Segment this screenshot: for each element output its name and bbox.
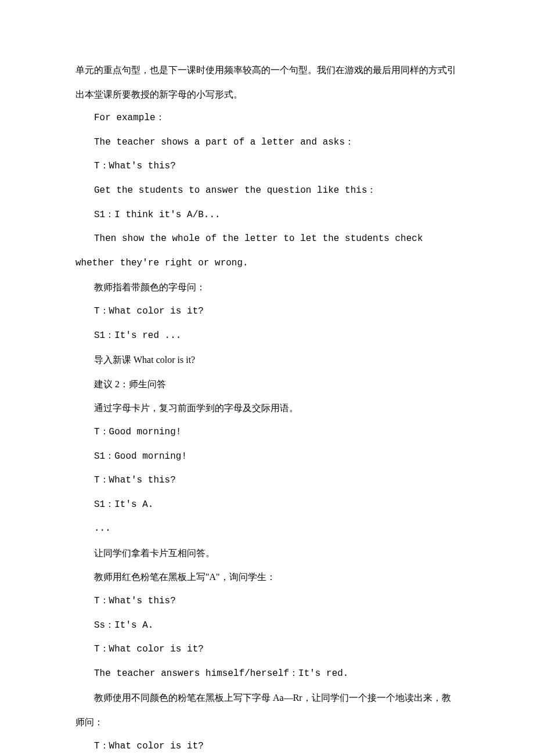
paragraph-line: 导入新课 What color is it? (75, 348, 459, 372)
paragraph-line: S1：I think it's A/B... (75, 203, 459, 228)
paragraph-line: 教师指着带颜色的字母问： (75, 275, 459, 300)
paragraph-line: S1：It's red ... (75, 324, 459, 348)
paragraph-line: The teacher shows a part of a letter and… (75, 131, 459, 155)
paragraph-line: For example： (75, 106, 459, 131)
paragraph-line: Then show the whole of the letter to let… (75, 227, 459, 275)
paragraph-line: S1：It's A. (75, 493, 459, 517)
paragraph-line: 教师用红色粉笔在黑板上写"A"，询问学生： (75, 565, 459, 589)
paragraph-line: Get the students to answer the question … (75, 179, 459, 203)
paragraph-line: T：What's this? (75, 154, 459, 179)
paragraph-line: 单元的重点句型，也是下一课时使用频率较高的一个句型。我们在游戏的最后用同样的方式… (75, 58, 459, 106)
paragraph-line: The teacher answers himself/herself：It's… (75, 662, 459, 686)
paragraph-line: S1：Good morning! (75, 445, 459, 469)
paragraph-line: 建议 2：师生问答 (75, 372, 459, 397)
document-page: 单元的重点句型，也是下一课时使用频率较高的一个句型。我们在游戏的最后用同样的方式… (0, 0, 534, 756)
paragraph-line: T：What's this? (75, 469, 459, 493)
paragraph-line: ... (75, 517, 459, 541)
paragraph-line: 通过字母卡片，复习前面学到的字母及交际用语。 (75, 396, 459, 420)
paragraph-line: T：What color is it? (75, 638, 459, 662)
paragraph-line: T：What color is it? (75, 735, 459, 756)
paragraph-line: 教师使用不同颜色的粉笔在黑板上写下字母 Aa—Rr，让同学们一个接一个地读出来，… (75, 686, 459, 734)
paragraph-line: 让同学们拿着卡片互相问答。 (75, 541, 459, 566)
paragraph-line: T：Good morning! (75, 420, 459, 445)
paragraph-line: Ss：It's A. (75, 614, 459, 638)
paragraph-line: T：What color is it? (75, 300, 459, 324)
paragraph-line: T：What's this? (75, 589, 459, 614)
